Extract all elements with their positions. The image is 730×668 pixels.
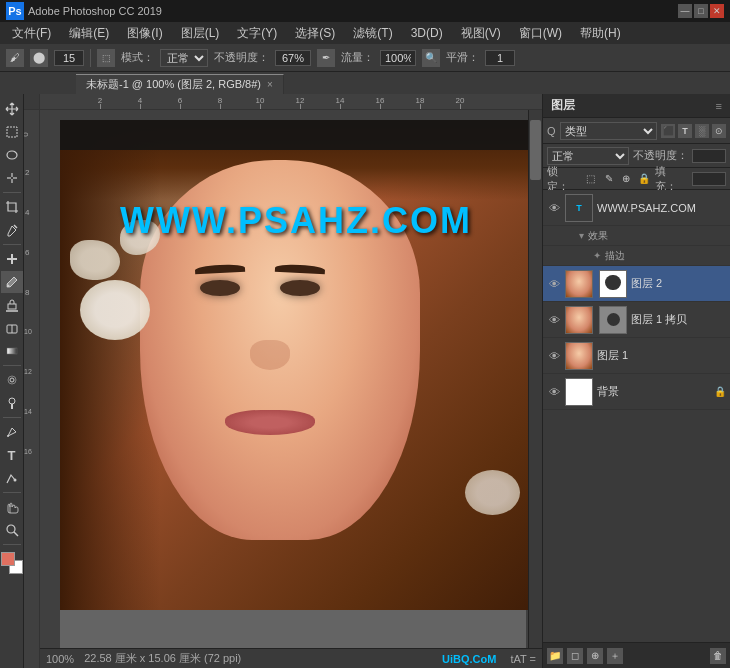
- svg-line-21: [14, 532, 18, 536]
- delete-layer-button[interactable]: 🗑: [710, 648, 726, 664]
- filter-shape-icon[interactable]: ░: [695, 124, 709, 138]
- crop-tool[interactable]: [1, 196, 23, 218]
- layer-visibility-2[interactable]: 👁: [547, 277, 561, 291]
- layer-item-text[interactable]: 👁 T WWW.PSAHZ.COM: [543, 190, 730, 226]
- layers-lock-bar: 锁定： ⬚ ✎ ⊕ 🔒 填充：: [543, 168, 730, 190]
- text-tool[interactable]: T: [1, 444, 23, 466]
- layers-panel-toolbar: 📁 ◻ ⊕ ＋ 🗑: [543, 642, 730, 668]
- hand-tool[interactable]: [1, 496, 23, 518]
- foreground-color-swatch[interactable]: [1, 552, 15, 566]
- blur-tool[interactable]: [1, 369, 23, 391]
- zoom-tool[interactable]: [1, 519, 23, 541]
- tool-separator-1: [3, 192, 21, 193]
- layer-visibility-1[interactable]: 👁: [547, 349, 561, 363]
- menu-file[interactable]: 文件(F): [4, 23, 59, 44]
- lock-image-icon[interactable]: ✎: [602, 172, 616, 186]
- layer-visibility-1copy[interactable]: 👁: [547, 313, 561, 327]
- svg-rect-0: [7, 127, 17, 137]
- filter-text-icon[interactable]: T: [678, 124, 692, 138]
- add-adjustment-button[interactable]: ⊕: [587, 648, 603, 664]
- blend-mode-select[interactable]: 正常: [547, 147, 629, 165]
- ruler-left-4: 4: [25, 208, 29, 217]
- lock-transparent-icon[interactable]: ⬚: [584, 172, 598, 186]
- titlebar-controls[interactable]: — □ ✕: [678, 4, 724, 18]
- maximize-button[interactable]: □: [694, 4, 708, 18]
- menu-edit[interactable]: 编辑(E): [61, 23, 117, 44]
- path-selection-tool[interactable]: [1, 467, 23, 489]
- separator-1: [90, 49, 91, 67]
- opacity-input[interactable]: [275, 50, 311, 66]
- new-group-button[interactable]: 📁: [547, 648, 563, 664]
- main-area: T 2 4 6 8: [0, 94, 730, 668]
- wand-tool[interactable]: [1, 167, 23, 189]
- menu-text[interactable]: 文字(Y): [229, 23, 285, 44]
- ruler-tick: [420, 104, 421, 109]
- menu-select[interactable]: 选择(S): [287, 23, 343, 44]
- active-tab[interactable]: 未标题-1 @ 100% (图层 2, RGB/8#) ×: [76, 74, 284, 94]
- layer-item-bg[interactable]: 👁 背景 🔒: [543, 374, 730, 410]
- brush-preset-icon[interactable]: ⬤: [30, 49, 48, 67]
- menu-3d[interactable]: 3D(D): [403, 24, 451, 42]
- effects-label: 效果: [588, 229, 608, 243]
- filter-pixel-icon[interactable]: ⬛: [661, 124, 675, 138]
- flow-input[interactable]: [380, 50, 416, 66]
- layers-type-select[interactable]: 类型: [560, 122, 657, 140]
- add-mask-button[interactable]: ◻: [567, 648, 583, 664]
- layers-opacity-input[interactable]: [692, 149, 726, 163]
- lock-all-icon[interactable]: 🔒: [637, 172, 651, 186]
- menu-help[interactable]: 帮助(H): [572, 23, 629, 44]
- brush-size-input[interactable]: [54, 50, 84, 66]
- zoom-tool-icon[interactable]: 🔍: [422, 49, 440, 67]
- brush-tool[interactable]: [1, 271, 23, 293]
- tool-preset-icon[interactable]: 🖌: [6, 49, 24, 67]
- filter-smart-icon[interactable]: ⊙: [712, 124, 726, 138]
- color-swatches[interactable]: [1, 552, 23, 574]
- menu-view[interactable]: 视图(V): [453, 23, 509, 44]
- smooth-input[interactable]: [485, 50, 515, 66]
- layers-panel-menu[interactable]: ≡: [716, 100, 722, 112]
- layer-visibility-text[interactable]: 👁: [547, 201, 561, 215]
- airbrush-icon[interactable]: ✒: [317, 49, 335, 67]
- marquee-tool[interactable]: [1, 121, 23, 143]
- ruler-tick: [380, 104, 381, 109]
- menu-filter[interactable]: 滤镜(T): [345, 23, 400, 44]
- menu-layer[interactable]: 图层(L): [173, 23, 228, 44]
- pen-tool[interactable]: [1, 421, 23, 443]
- brush-mode-icon[interactable]: ⬚: [97, 49, 115, 67]
- mode-select[interactable]: 正常: [160, 49, 208, 67]
- eyedropper-tool[interactable]: [1, 219, 23, 241]
- lasso-tool[interactable]: [1, 144, 23, 166]
- fill-value-input[interactable]: [692, 172, 726, 186]
- stamp-tool[interactable]: [1, 294, 23, 316]
- layer-item-1[interactable]: 👁 图层 1: [543, 338, 730, 374]
- canvas-top-strip: [60, 120, 542, 150]
- ruler-tick: [180, 104, 181, 109]
- move-tool[interactable]: [1, 98, 23, 120]
- layer-thumb-1: [565, 342, 593, 370]
- layer-name-1: 图层 1: [597, 348, 726, 363]
- menu-image[interactable]: 图像(I): [119, 23, 170, 44]
- dodge-tool[interactable]: [1, 392, 23, 414]
- ruler-tick: [140, 104, 141, 109]
- new-layer-button[interactable]: ＋: [607, 648, 623, 664]
- layer-thumb-1copy: [565, 306, 593, 334]
- lock-position-icon[interactable]: ⊕: [620, 172, 634, 186]
- layer-item-1copy[interactable]: 👁 图层 1 拷贝: [543, 302, 730, 338]
- left-toolbar: T: [0, 94, 24, 668]
- canvas-scrollbar-thumb-v[interactable]: [530, 120, 541, 180]
- tab-close-button[interactable]: ×: [267, 79, 273, 90]
- gradient-tool[interactable]: [1, 340, 23, 362]
- minimize-button[interactable]: —: [678, 4, 692, 18]
- layers-search-bar: Q 类型 ⬛ T ░ ⊙: [543, 118, 730, 144]
- layer-info-1copy: 图层 1 拷贝: [631, 312, 726, 327]
- close-button[interactable]: ✕: [710, 4, 724, 18]
- svg-point-20: [7, 525, 15, 533]
- eraser-tool[interactable]: [1, 317, 23, 339]
- svg-point-8: [6, 285, 9, 288]
- menu-window[interactable]: 窗口(W): [511, 23, 570, 44]
- canvas-scrollbar-v[interactable]: [528, 110, 542, 648]
- smooth-label: 平滑：: [446, 50, 479, 65]
- layer-item-2[interactable]: 👁 图层 2: [543, 266, 730, 302]
- healing-tool[interactable]: [1, 248, 23, 270]
- layer-visibility-bg[interactable]: 👁: [547, 385, 561, 399]
